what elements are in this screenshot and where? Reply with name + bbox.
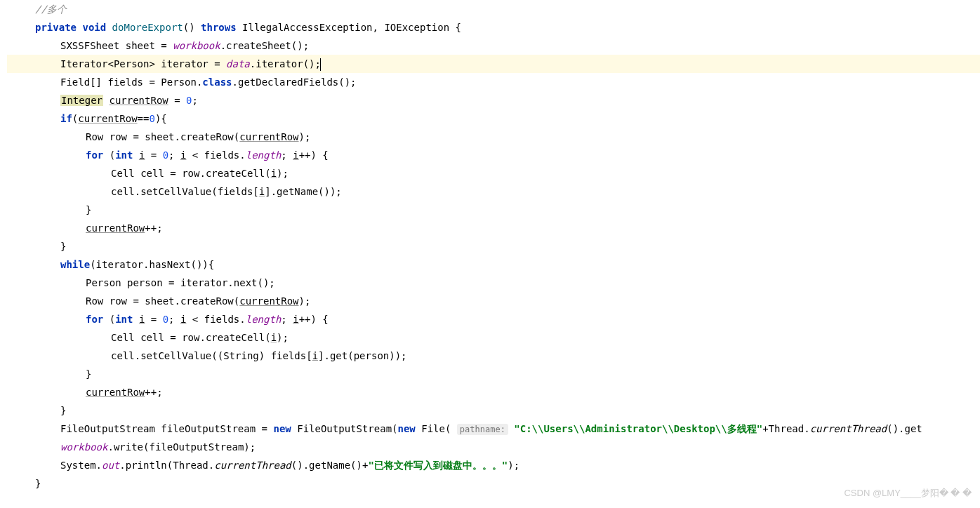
code-content: //多个 private void doMoreExport() throws …: [0, 0, 980, 493]
code-line: //多个: [7, 0, 980, 18]
code-line: SXSSFSheet sheet = workbook.createSheet(…: [7, 36, 980, 55]
code-line: if(currentRow==0){: [7, 109, 980, 128]
code-line: private void doMoreExport() throws Illeg…: [7, 18, 980, 36]
code-line: Row row = sheet.createRow(currentRow);: [7, 128, 980, 146]
code-line: cell.setCellValue(fields[i].getName());: [7, 182, 980, 201]
text-cursor: [320, 58, 321, 71]
code-line: currentRow++;: [7, 219, 980, 237]
code-line: System.out.println(Thread.currentThread(…: [7, 456, 980, 474]
code-line: Person person = iterator.next();: [7, 274, 980, 292]
code-line: Cell cell = row.createCell(i);: [7, 328, 980, 347]
code-line: Field[] fields = Person.class.getDeclare…: [7, 73, 980, 91]
code-line: }: [7, 474, 980, 493]
code-line: while(iterator.hasNext()){: [7, 255, 980, 274]
code-line: workbook.write(fileOutputStream);: [7, 438, 980, 456]
code-line: for (int i = 0; i < fields.length; i++) …: [7, 146, 980, 164]
code-line: FileOutputStream fileOutputStream = new …: [7, 420, 980, 438]
code-line-active: Iterator<Person> iterator = data.iterato…: [7, 55, 980, 73]
code-line: for (int i = 0; i < fields.length; i++) …: [7, 310, 980, 328]
code-line: }: [7, 401, 980, 420]
code-editor[interactable]: //多个 private void doMoreExport() throws …: [0, 0, 980, 493]
code-line: }: [7, 365, 980, 383]
code-line: currentRow++;: [7, 383, 980, 401]
code-line: }: [7, 237, 980, 255]
watermark: CSDN @LMY____梦阳� � �: [844, 484, 972, 493]
param-hint: pathname:: [457, 424, 508, 435]
code-line: Integer currentRow = 0;: [7, 91, 980, 109]
code-line: Row row = sheet.createRow(currentRow);: [7, 292, 980, 310]
code-line: }: [7, 201, 980, 219]
code-line: cell.setCellValue((String) fields[i].get…: [7, 347, 980, 365]
code-line: Cell cell = row.createCell(i);: [7, 164, 980, 182]
